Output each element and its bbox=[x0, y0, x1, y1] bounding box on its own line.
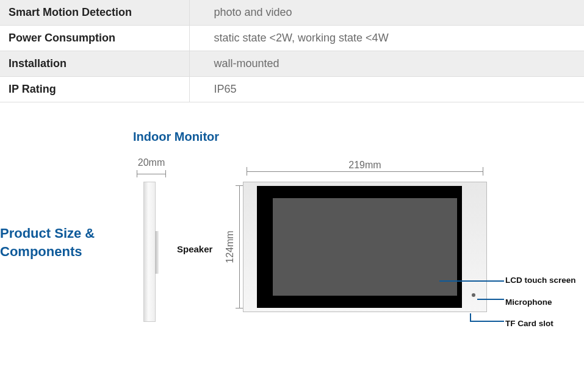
callout-labels: LCD touch screen Microphone TF Card slot bbox=[505, 276, 576, 341]
dimension-depth: 20mm bbox=[133, 157, 170, 177]
dimension-height-label: 124mm bbox=[225, 230, 236, 263]
section-heading-line1: Product Size & bbox=[0, 226, 95, 241]
spec-label: Smart Motion Detection bbox=[0, 0, 189, 26]
spec-value: IP65 bbox=[189, 77, 584, 102]
section-heading-line2: Components bbox=[0, 244, 82, 259]
spec-value: wall-mounted bbox=[189, 51, 584, 77]
table-row: Smart Motion Detection photo and video bbox=[0, 0, 584, 26]
table-row: Installation wall-mounted bbox=[0, 51, 584, 77]
diagram-title: Indoor Monitor bbox=[133, 130, 219, 144]
label-lcd: LCD touch screen bbox=[505, 276, 576, 285]
dimension-height: 124mm bbox=[214, 182, 243, 312]
dimension-line-icon bbox=[243, 167, 487, 176]
monitor-screen bbox=[273, 198, 457, 296]
spec-table: Smart Motion Detection photo and video P… bbox=[0, 0, 584, 102]
spec-value: photo and video bbox=[189, 0, 584, 26]
spec-label: IP Rating bbox=[0, 77, 189, 102]
label-tf: TF Card slot bbox=[505, 319, 576, 328]
leader-line-icon bbox=[477, 299, 504, 300]
monitor-side-view bbox=[143, 182, 156, 322]
leader-line-icon bbox=[439, 280, 504, 282]
label-mic: Microphone bbox=[505, 298, 576, 307]
spec-value: static state <2W, working state <4W bbox=[189, 26, 584, 51]
spec-label: Power Consumption bbox=[0, 26, 189, 51]
monitor-front-view bbox=[243, 182, 487, 312]
leader-line-icon bbox=[470, 321, 504, 322]
leader-line-icon bbox=[470, 313, 471, 321]
dimension-line-icon bbox=[236, 182, 243, 312]
table-row: Power Consumption static state <2W, work… bbox=[0, 26, 584, 51]
spec-label: Installation bbox=[0, 51, 189, 77]
table-row: IP Rating IP65 bbox=[0, 77, 584, 102]
section-heading: Product Size & Components bbox=[0, 224, 95, 260]
dimension-line-icon bbox=[133, 170, 170, 177]
label-speaker: Speaker bbox=[177, 244, 212, 254]
microphone-icon bbox=[472, 293, 475, 297]
dimension-width: 219mm bbox=[243, 163, 487, 176]
dimension-depth-label: 20mm bbox=[133, 157, 170, 168]
